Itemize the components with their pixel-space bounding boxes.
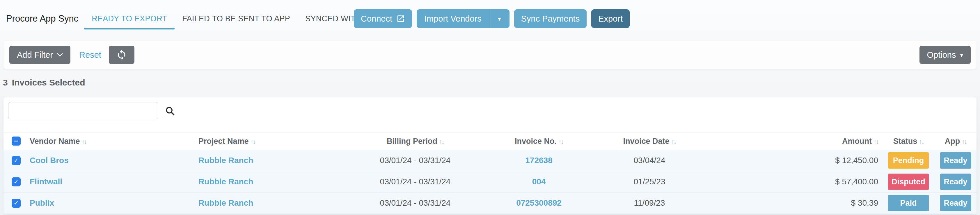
filter-bar: Add Filter Reset Options ▾	[3, 41, 977, 69]
amount-cell: $ 57,400.00	[705, 171, 882, 193]
invoice-date-cell: 01/25/23	[594, 171, 705, 193]
caret-down-icon: ▾	[960, 52, 963, 58]
status-badge: Pending	[888, 152, 929, 168]
options-label: Options	[927, 50, 956, 60]
check-icon: ✓	[14, 157, 19, 164]
refresh-icon	[116, 49, 127, 60]
invoice-no-link[interactable]: 172638	[525, 156, 552, 165]
tab-failed-to-be-sent-to-app[interactable]: FAILED TO BE SENT TO APP	[175, 8, 298, 29]
selection-count: 3	[3, 78, 8, 88]
column-header-project-name[interactable]: Project Name	[199, 137, 249, 146]
row-checkbox[interactable]: ✓	[12, 177, 21, 186]
invoice-no-link[interactable]: 0725300892	[516, 198, 562, 207]
topbar: Procore App Sync READY TO EXPORT FAILED …	[0, 0, 980, 37]
invoice-date-cell: 03/04/24	[594, 150, 705, 171]
import-vendors-button[interactable]: Import Vendors	[417, 9, 489, 28]
billing-period-cell: 03/01/24 - 03/31/24	[347, 193, 484, 214]
amount-cell: $ 12,450.00	[705, 150, 882, 171]
sort-icon[interactable]: ↑↓	[919, 138, 924, 145]
connect-label: Connect	[361, 14, 392, 24]
import-vendors-dropdown-button[interactable]: ▾	[489, 9, 509, 28]
chevron-down-icon	[57, 53, 63, 57]
column-header-app[interactable]: App	[945, 137, 960, 146]
export-button[interactable]: Export	[591, 9, 630, 28]
billing-period-cell: 03/01/24 - 03/31/24	[347, 150, 484, 171]
column-header-vendor-name[interactable]: Vendor Name	[30, 137, 80, 146]
billing-period-cell: 03/01/24 - 03/31/24	[347, 171, 484, 193]
project-link[interactable]: Rubble Ranch	[199, 156, 253, 165]
sort-icon[interactable]: ↑↓	[558, 138, 563, 145]
vendor-link[interactable]: Flintwall	[30, 177, 62, 186]
sort-icon[interactable]: ↑↓	[251, 138, 255, 145]
tab-label: FAILED TO BE SENT TO APP	[182, 14, 290, 23]
column-header-billing-period[interactable]: Billing Period	[387, 137, 438, 146]
add-filter-label: Add Filter	[17, 50, 53, 60]
app-status-badge: Ready	[940, 173, 971, 190]
table-row[interactable]: ✓ Cool Bros Rubble Ranch 03/01/24 - 03/3…	[3, 150, 977, 171]
search-row	[3, 102, 977, 119]
invoice-no-link[interactable]: 004	[532, 177, 546, 186]
tab-bar: READY TO EXPORT FAILED TO BE SENT TO APP…	[84, 8, 387, 29]
column-header-invoice-date[interactable]: Invoice Date	[623, 137, 669, 146]
reset-link[interactable]: Reset	[79, 50, 101, 60]
sort-icon[interactable]: ↑↓	[873, 138, 878, 145]
selection-label: Invoices Selected	[12, 78, 85, 88]
refresh-button[interactable]	[109, 46, 134, 64]
table-row[interactable]: ✓ Publix Rubble Ranch 03/01/24 - 03/31/2…	[3, 193, 977, 214]
external-link-icon	[396, 14, 405, 23]
tab-ready-to-export[interactable]: READY TO EXPORT	[84, 8, 175, 29]
minus-icon: −	[14, 136, 18, 146]
status-badge: Paid	[888, 195, 929, 211]
amount-cell: $ 30.39	[705, 193, 882, 214]
table-header-row: − Vendor Name↑↓ Project Name↑↓ Billing P…	[3, 132, 977, 150]
check-icon: ✓	[14, 178, 19, 185]
sort-icon[interactable]: ↑↓	[82, 138, 86, 145]
project-link[interactable]: Rubble Ranch	[199, 177, 253, 186]
connect-button[interactable]: Connect	[354, 9, 412, 28]
sort-icon[interactable]: ↑↓	[671, 138, 676, 145]
sync-payments-button[interactable]: Sync Payments	[514, 9, 587, 28]
invoices-table: − Vendor Name↑↓ Project Name↑↓ Billing P…	[3, 132, 977, 214]
status-badge: Disputed	[888, 173, 929, 190]
table-row[interactable]: ✓ Flintwall Rubble Ranch 03/01/24 - 03/3…	[3, 171, 977, 193]
caret-down-icon: ▾	[498, 16, 501, 22]
search-icon[interactable]	[165, 106, 175, 116]
add-filter-button[interactable]: Add Filter	[9, 46, 70, 64]
column-header-status[interactable]: Status	[893, 137, 918, 146]
app-status-badge: Ready	[940, 195, 971, 211]
select-all-checkbox[interactable]: −	[12, 136, 21, 146]
sort-icon[interactable]: ↑↓	[439, 138, 444, 145]
invoice-date-cell: 11/09/23	[594, 193, 705, 214]
invoices-card: − Vendor Name↑↓ Project Name↑↓ Billing P…	[3, 98, 977, 214]
search-input[interactable]	[8, 102, 158, 119]
import-vendors-split-button: Import Vendors ▾	[417, 9, 509, 28]
page-title: Procore App Sync	[6, 13, 78, 24]
app-status-badge: Ready	[940, 152, 971, 168]
sort-icon[interactable]: ↑↓	[962, 138, 966, 145]
tab-label: READY TO EXPORT	[92, 14, 167, 23]
check-icon: ✓	[14, 199, 19, 207]
column-header-invoice-no[interactable]: Invoice No.	[515, 137, 557, 146]
vendor-link[interactable]: Publix	[30, 198, 54, 207]
project-link[interactable]: Rubble Ranch	[199, 198, 253, 207]
row-checkbox[interactable]: ✓	[12, 156, 21, 165]
column-header-amount[interactable]: Amount	[842, 137, 872, 146]
vendor-link[interactable]: Cool Bros	[30, 156, 69, 165]
toolbar: Connect Import Vendors ▾ Sync Payments E…	[354, 9, 630, 28]
selection-summary: 3 Invoices Selected	[3, 78, 980, 88]
row-checkbox[interactable]: ✓	[12, 199, 21, 208]
procore-app-sync-page: Procore App Sync READY TO EXPORT FAILED …	[0, 0, 980, 214]
options-button[interactable]: Options ▾	[920, 46, 971, 64]
